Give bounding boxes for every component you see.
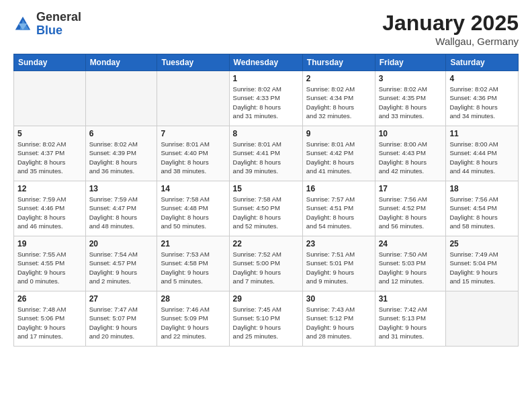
day-number: 4: [449, 74, 515, 83]
day-number: 20: [89, 239, 154, 248]
day-number: 26: [17, 294, 82, 304]
day-detail: Sunrise: 7:48 AM Sunset: 5:06 PM Dayligh…: [17, 305, 82, 340]
day-detail: Sunrise: 7:59 AM Sunset: 4:46 PM Dayligh…: [17, 195, 82, 230]
day-cell-19: 19Sunrise: 7:55 AM Sunset: 4:55 PM Dayli…: [14, 236, 86, 291]
logo: General Blue: [13, 11, 81, 38]
weekday-header-thursday: Thursday: [302, 54, 375, 71]
day-number: 22: [233, 239, 299, 248]
day-number: 28: [161, 294, 225, 304]
day-detail: Sunrise: 8:02 AM Sunset: 4:34 PM Dayligh…: [306, 85, 371, 120]
day-cell-17: 17Sunrise: 7:56 AM Sunset: 4:52 PM Dayli…: [375, 181, 446, 236]
day-detail: Sunrise: 8:02 AM Sunset: 4:33 PM Dayligh…: [233, 85, 299, 120]
day-cell-5: 5Sunrise: 8:02 AM Sunset: 4:37 PM Daylig…: [14, 126, 86, 181]
day-detail: Sunrise: 7:58 AM Sunset: 4:48 PM Dayligh…: [161, 195, 225, 230]
day-detail: Sunrise: 7:59 AM Sunset: 4:47 PM Dayligh…: [89, 195, 154, 230]
day-number: 1: [233, 74, 299, 83]
day-cell-12: 12Sunrise: 7:59 AM Sunset: 4:46 PM Dayli…: [14, 181, 86, 236]
calendar-subtitle: Wallgau, Germany: [382, 36, 519, 47]
week-row-4: 19Sunrise: 7:55 AM Sunset: 4:55 PM Dayli…: [14, 236, 519, 291]
day-detail: Sunrise: 7:49 AM Sunset: 5:04 PM Dayligh…: [449, 250, 515, 285]
day-cell-24: 24Sunrise: 7:50 AM Sunset: 5:03 PM Dayli…: [375, 236, 446, 291]
day-number: 21: [161, 239, 225, 248]
day-number: 27: [89, 294, 154, 304]
day-detail: Sunrise: 8:01 AM Sunset: 4:42 PM Dayligh…: [306, 140, 371, 175]
day-number: 11: [449, 129, 515, 138]
day-detail: Sunrise: 7:55 AM Sunset: 4:55 PM Dayligh…: [17, 250, 82, 285]
day-cell-31: 31Sunrise: 7:42 AM Sunset: 5:13 PM Dayli…: [375, 291, 446, 347]
day-cell-9: 9Sunrise: 8:01 AM Sunset: 4:42 PM Daylig…: [302, 126, 375, 181]
day-detail: Sunrise: 8:02 AM Sunset: 4:37 PM Dayligh…: [17, 140, 82, 175]
week-row-5: 26Sunrise: 7:48 AM Sunset: 5:06 PM Dayli…: [14, 291, 519, 347]
day-detail: Sunrise: 7:50 AM Sunset: 5:03 PM Dayligh…: [379, 250, 443, 285]
weekday-header-row: SundayMondayTuesdayWednesdayThursdayFrid…: [14, 54, 519, 71]
day-detail: Sunrise: 7:45 AM Sunset: 5:10 PM Dayligh…: [233, 305, 299, 340]
day-cell-4: 4Sunrise: 8:02 AM Sunset: 4:36 PM Daylig…: [446, 71, 519, 126]
day-cell-3: 3Sunrise: 8:02 AM Sunset: 4:35 PM Daylig…: [375, 71, 446, 126]
day-number: 29: [233, 294, 299, 304]
page: General Blue January 2025 Wallgau, Germa…: [0, 0, 532, 411]
day-number: 13: [89, 184, 154, 193]
week-row-2: 5Sunrise: 8:02 AM Sunset: 4:37 PM Daylig…: [14, 126, 519, 181]
day-number: 15: [233, 184, 299, 193]
day-number: 16: [306, 184, 371, 193]
day-cell-29: 29Sunrise: 7:45 AM Sunset: 5:10 PM Dayli…: [229, 291, 302, 347]
day-cell-15: 15Sunrise: 7:58 AM Sunset: 4:50 PM Dayli…: [229, 181, 302, 236]
day-number: 31: [379, 294, 443, 304]
day-cell-25: 25Sunrise: 7:49 AM Sunset: 5:04 PM Dayli…: [446, 236, 519, 291]
header: General Blue January 2025 Wallgau, Germa…: [13, 11, 519, 47]
weekday-header-saturday: Saturday: [446, 54, 519, 71]
day-number: 2: [306, 74, 371, 83]
day-detail: Sunrise: 8:01 AM Sunset: 4:41 PM Dayligh…: [233, 140, 299, 175]
day-number: 23: [306, 239, 371, 248]
week-row-3: 12Sunrise: 7:59 AM Sunset: 4:46 PM Dayli…: [14, 181, 519, 236]
day-number: 5: [17, 129, 82, 138]
day-detail: Sunrise: 8:00 AM Sunset: 4:43 PM Dayligh…: [379, 140, 443, 175]
day-number: 25: [449, 239, 515, 248]
day-cell-13: 13Sunrise: 7:59 AM Sunset: 4:47 PM Dayli…: [85, 181, 157, 236]
day-detail: Sunrise: 7:57 AM Sunset: 4:51 PM Dayligh…: [306, 195, 371, 230]
day-detail: Sunrise: 7:52 AM Sunset: 5:00 PM Dayligh…: [233, 250, 299, 285]
weekday-header-sunday: Sunday: [14, 54, 86, 71]
day-cell-16: 16Sunrise: 7:57 AM Sunset: 4:51 PM Dayli…: [302, 181, 375, 236]
calendar-title: January 2025: [382, 11, 519, 36]
day-detail: Sunrise: 8:00 AM Sunset: 4:44 PM Dayligh…: [449, 140, 515, 175]
day-cell-30: 30Sunrise: 7:43 AM Sunset: 5:12 PM Dayli…: [302, 291, 375, 347]
day-number: 14: [161, 184, 225, 193]
day-detail: Sunrise: 7:43 AM Sunset: 5:12 PM Dayligh…: [306, 305, 371, 340]
title-block: January 2025 Wallgau, Germany: [382, 11, 519, 47]
day-detail: Sunrise: 7:58 AM Sunset: 4:50 PM Dayligh…: [233, 195, 299, 230]
day-number: 9: [306, 129, 371, 138]
day-number: 3: [379, 74, 443, 83]
day-detail: Sunrise: 7:54 AM Sunset: 4:57 PM Dayligh…: [89, 250, 154, 285]
day-number: 19: [17, 239, 82, 248]
day-number: 8: [233, 129, 299, 138]
day-cell-18: 18Sunrise: 7:56 AM Sunset: 4:54 PM Dayli…: [446, 181, 519, 236]
day-cell-23: 23Sunrise: 7:51 AM Sunset: 5:01 PM Dayli…: [302, 236, 375, 291]
weekday-header-wednesday: Wednesday: [229, 54, 302, 71]
day-cell-11: 11Sunrise: 8:00 AM Sunset: 4:44 PM Dayli…: [446, 126, 519, 181]
day-cell-7: 7Sunrise: 8:01 AM Sunset: 4:40 PM Daylig…: [157, 126, 229, 181]
empty-cell: [157, 71, 229, 126]
day-cell-21: 21Sunrise: 7:53 AM Sunset: 4:58 PM Dayli…: [157, 236, 229, 291]
day-detail: Sunrise: 7:42 AM Sunset: 5:13 PM Dayligh…: [379, 305, 443, 340]
day-cell-26: 26Sunrise: 7:48 AM Sunset: 5:06 PM Dayli…: [14, 291, 86, 347]
day-number: 24: [379, 239, 443, 248]
day-cell-6: 6Sunrise: 8:02 AM Sunset: 4:39 PM Daylig…: [85, 126, 157, 181]
week-row-1: 1Sunrise: 8:02 AM Sunset: 4:33 PM Daylig…: [14, 71, 519, 126]
day-number: 12: [17, 184, 82, 193]
day-number: 6: [89, 129, 154, 138]
day-cell-2: 2Sunrise: 8:02 AM Sunset: 4:34 PM Daylig…: [302, 71, 375, 126]
day-number: 17: [379, 184, 443, 193]
day-number: 7: [161, 129, 225, 138]
day-detail: Sunrise: 7:53 AM Sunset: 4:58 PM Dayligh…: [161, 250, 225, 285]
day-cell-20: 20Sunrise: 7:54 AM Sunset: 4:57 PM Dayli…: [85, 236, 157, 291]
day-cell-22: 22Sunrise: 7:52 AM Sunset: 5:00 PM Dayli…: [229, 236, 302, 291]
day-detail: Sunrise: 7:47 AM Sunset: 5:07 PM Dayligh…: [89, 305, 154, 340]
weekday-header-monday: Monday: [85, 54, 157, 71]
day-number: 30: [306, 294, 371, 304]
day-detail: Sunrise: 8:02 AM Sunset: 4:35 PM Dayligh…: [379, 85, 443, 120]
day-cell-10: 10Sunrise: 8:00 AM Sunset: 4:43 PM Dayli…: [375, 126, 446, 181]
calendar-table: SundayMondayTuesdayWednesdayThursdayFrid…: [13, 54, 519, 347]
day-number: 18: [449, 184, 515, 193]
day-cell-1: 1Sunrise: 8:02 AM Sunset: 4:33 PM Daylig…: [229, 71, 302, 126]
